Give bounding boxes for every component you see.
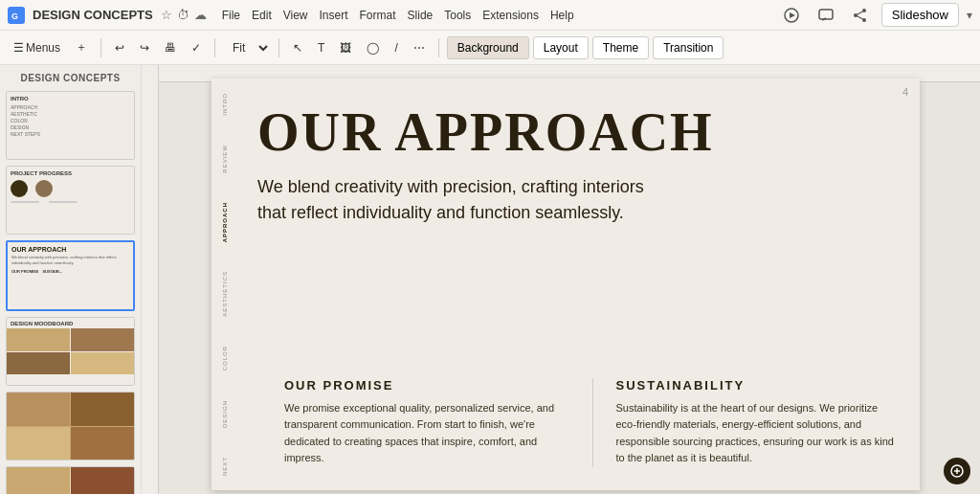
slideshow-button[interactable]: Slideshow <box>881 3 959 27</box>
zoom-select[interactable]: Fit 50% 75% 100% <box>223 35 271 60</box>
slide-sustainability-section: SUSTAINABILITY Sustainability is at the … <box>593 378 902 467</box>
slideshow-dropdown[interactable]: ▾ <box>967 9 972 22</box>
slide-thumb-4[interactable]: 4 OUR APPROACH We blend creativity with … <box>6 240 135 311</box>
label-intro: INTRO <box>222 93 228 116</box>
separator2 <box>214 38 215 57</box>
promise-heading: OUR PROMISE <box>284 378 569 393</box>
top-right-actions: Slideshow ▾ <box>778 2 972 29</box>
menu-icon-btn[interactable]: ☰ Menus <box>8 35 66 60</box>
menu-tools[interactable]: Tools <box>444 9 471 22</box>
cursor-tool[interactable]: ↖ <box>287 35 308 60</box>
svg-rect-4 <box>819 10 833 19</box>
redo-btn[interactable]: ↪ <box>134 35 155 60</box>
slide-bottom-section: OUR PROMISE We promise exceptional quali… <box>284 378 901 467</box>
text-tool[interactable]: T <box>312 35 330 60</box>
svg-marker-3 <box>790 12 795 18</box>
main-area: DESIGN CONCEPTS 2 INTRO APPROACHAESTHETI… <box>0 65 980 494</box>
undo-btn[interactable]: ↩ <box>109 35 130 60</box>
slide-canvas[interactable]: 4 INTRO REVIEW APPROACH AESTHETICS COLOR… <box>212 79 920 490</box>
panel-title: DESIGN CONCEPTS <box>6 73 135 83</box>
sustainability-heading: SUSTAINABILITY <box>616 378 902 393</box>
menus-label: Menus <box>26 41 60 55</box>
add-slide-btn[interactable]: ＋ <box>70 35 93 60</box>
more-tool[interactable]: ⋯ <box>408 35 431 60</box>
title-icons: ☆ ⏱ ☁ <box>161 8 207 22</box>
slide-thumb-inner-6 <box>7 393 134 460</box>
separator3 <box>278 38 279 57</box>
label-design: DESIGN <box>222 400 228 428</box>
slide-thumb-inner-3: PROJECT PROGRESS <box>7 167 134 234</box>
menu-file[interactable]: File <box>222 9 240 22</box>
label-review: REVIEW <box>222 145 228 173</box>
menu-slide[interactable]: Slide <box>408 9 434 22</box>
print-btn[interactable]: 🖶 <box>159 35 182 60</box>
transition-btn[interactable]: Transition <box>653 36 724 59</box>
promise-text: We promise exceptional quality, personal… <box>284 400 569 467</box>
svg-line-10 <box>857 15 862 18</box>
toolbar: ☰ Menus ＋ ↩ ↪ 🖶 ✓ Fit 50% 75% 100% ↖ T 🖼… <box>0 31 980 65</box>
slide-sidebar-labels: INTRO REVIEW APPROACH AESTHETICS COLOR D… <box>212 79 238 490</box>
svg-line-9 <box>857 11 862 14</box>
label-approach: APPROACH <box>222 202 228 242</box>
menu-bar: File Edit View Insert Format Slide Tools… <box>222 9 574 22</box>
shape-tool[interactable]: ◯ <box>361 35 385 60</box>
slide-body-text: We blend creativity with precision, craf… <box>257 174 659 226</box>
menu-format[interactable]: Format <box>360 9 396 22</box>
spellcheck-btn[interactable]: ✓ <box>186 35 207 60</box>
app-title: DESIGN CONCEPTS <box>33 8 153 22</box>
slide-thumb-6[interactable]: 6 <box>6 392 135 460</box>
menu-extensions[interactable]: Extensions <box>482 9 539 22</box>
star-icon[interactable]: ☆ <box>161 8 172 22</box>
menu-view[interactable]: View <box>283 9 308 22</box>
slide-thumb-inner-2: INTRO APPROACHAESTHETICCOLORDESIGNNEXT S… <box>7 92 134 159</box>
sustainability-text: Sustainability is at the heart of our de… <box>616 400 902 467</box>
float-action-icon[interactable] <box>944 458 970 484</box>
layout-btn[interactable]: Layout <box>533 36 589 59</box>
line-tool[interactable]: / <box>389 35 403 60</box>
slide-promise-section: OUR PROMISE We promise exceptional quali… <box>284 378 593 467</box>
slide-thumb-inner-4: OUR APPROACH We blend creativity with pr… <box>8 242 133 309</box>
slide-main-content: OUR APPROACH We blend creativity with pr… <box>238 79 920 490</box>
slide-thumb-3[interactable]: 3 PROJECT PROGRESS <box>6 166 135 235</box>
label-aesthetics: AESTHETICS <box>222 271 228 317</box>
image-tool[interactable]: 🖼 <box>334 35 357 60</box>
slide-thumb-2[interactable]: 2 INTRO APPROACHAESTHETICCOLORDESIGNNEXT… <box>6 91 135 160</box>
label-color: COLOR <box>222 346 228 370</box>
slide-thumb-5[interactable]: 5 DESIGN MOODBOARD <box>6 317 135 386</box>
present-icon[interactable] <box>778 2 805 29</box>
share-icon[interactable] <box>847 2 874 29</box>
menu-insert[interactable]: Insert <box>320 9 348 22</box>
comments-icon[interactable] <box>813 2 839 29</box>
cloud-icon[interactable]: ☁ <box>194 8 207 22</box>
slide-thumb-inner-7 <box>7 467 134 494</box>
separator <box>100 38 101 57</box>
slide-thumb-7[interactable]: 7 <box>6 466 135 494</box>
top-bar: G DESIGN CONCEPTS ☆ ⏱ ☁ File Edit View I… <box>0 0 980 31</box>
slide-thumb-inner-5: DESIGN MOODBOARD <box>7 318 134 385</box>
ruler-vertical <box>142 65 159 494</box>
slide-title: OUR APPROACH <box>257 105 891 159</box>
theme-btn[interactable]: Theme <box>592 36 649 59</box>
background-btn[interactable]: Background <box>447 36 529 59</box>
label-next: NEXT <box>222 457 228 476</box>
menu-help[interactable]: Help <box>550 9 574 22</box>
history-icon[interactable]: ⏱ <box>177 8 189 22</box>
app-icon: G <box>8 7 25 24</box>
svg-text:G: G <box>11 11 18 21</box>
separator4 <box>438 38 439 57</box>
canvas-area: 4 INTRO REVIEW APPROACH AESTHETICS COLOR… <box>142 65 980 494</box>
menu-edit[interactable]: Edit <box>252 9 272 22</box>
slide-panel: DESIGN CONCEPTS 2 INTRO APPROACHAESTHETI… <box>0 65 142 494</box>
